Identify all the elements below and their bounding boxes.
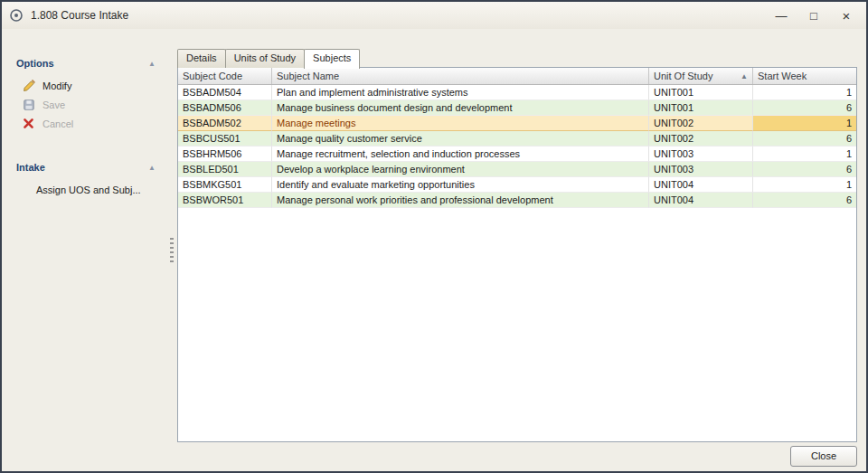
floppy-icon xyxy=(22,98,35,111)
cell-unit-of-study[interactable]: UNIT002 xyxy=(649,116,753,131)
sidebar-group-options: Options ▲ Modify xyxy=(11,56,161,133)
sidebar-item-label: Cancel xyxy=(42,118,73,129)
title-bar: 1.808 Course Intake — □ × xyxy=(2,2,866,29)
table-row[interactable]: BSBADM506 Manage business document desig… xyxy=(178,100,856,116)
cell-subject-name[interactable]: Identify and evaluate marketing opportun… xyxy=(272,177,649,193)
sidebar-item-assign-uos[interactable]: Assign UOS and Subj... xyxy=(11,180,161,199)
sidebar-item-label: Assign UOS and Subj... xyxy=(36,184,141,195)
cell-unit-of-study[interactable]: UNIT003 xyxy=(649,147,753,162)
cell-start-week[interactable]: 1 xyxy=(753,116,856,131)
column-header-subject-name[interactable]: Subject Name xyxy=(272,68,649,84)
cell-subject-name[interactable]: Manage quality customer service xyxy=(272,131,649,147)
sidebar-group-intake: Intake ▲ Assign UOS and Subj... xyxy=(11,160,161,199)
table-row-selected[interactable]: BSBADM502 Manage meetings UNIT002 1 xyxy=(178,116,856,131)
cell-unit-of-study[interactable]: UNIT001 xyxy=(649,85,753,100)
tab-units-of-study[interactable]: Units of Study xyxy=(225,49,305,68)
subjects-grid: Subject Code Subject Name Unit Of Study … xyxy=(177,67,857,442)
sidebar-item-cancel[interactable]: Cancel xyxy=(11,114,161,133)
cell-subject-name[interactable]: Manage business document design and deve… xyxy=(272,100,649,116)
cell-start-week[interactable]: 6 xyxy=(753,100,856,116)
cell-start-week[interactable]: 6 xyxy=(753,193,856,208)
close-icon[interactable]: × xyxy=(830,5,863,26)
dialog-body: Options ▲ Modify xyxy=(2,29,866,471)
window-title: 1.808 Course Intake xyxy=(31,9,765,22)
sidebar-item-label: Save xyxy=(42,99,65,110)
column-header-start-week[interactable]: Start Week xyxy=(753,68,856,84)
pencil-icon xyxy=(22,79,35,92)
cell-unit-of-study[interactable]: UNIT003 xyxy=(649,162,753,177)
sidebar-item-modify[interactable]: Modify xyxy=(11,76,161,95)
cell-subject-code[interactable]: BSBLED501 xyxy=(178,162,272,177)
cell-subject-code[interactable]: BSBHRM506 xyxy=(178,147,272,162)
cell-subject-code[interactable]: BSBMKG501 xyxy=(178,177,272,193)
sort-ascending-icon: ▲ xyxy=(741,72,748,80)
cell-subject-code[interactable]: BSBWOR501 xyxy=(178,193,272,208)
table-row[interactable]: BSBHRM506 Manage recruitment, selection … xyxy=(178,147,856,162)
group-label-options: Options xyxy=(16,58,54,69)
grid-header-row: Subject Code Subject Name Unit Of Study … xyxy=(178,68,856,85)
cell-subject-name[interactable]: Manage meetings xyxy=(272,116,649,131)
main-panel: Details Units of Study Subjects Subject … xyxy=(177,29,866,471)
table-row[interactable]: BSBCUS501 Manage quality customer servic… xyxy=(178,131,856,147)
maximize-icon[interactable]: □ xyxy=(797,5,830,26)
group-header-intake[interactable]: Intake ▲ xyxy=(11,160,161,180)
cell-subject-code[interactable]: BSBADM506 xyxy=(178,100,272,116)
cell-subject-name[interactable]: Manage personal work priorities and prof… xyxy=(272,193,649,208)
splitter-grip-icon xyxy=(170,238,174,263)
table-row[interactable]: BSBWOR501 Manage personal work prioritie… xyxy=(178,193,856,208)
cell-start-week[interactable]: 1 xyxy=(753,85,856,100)
sidebar: Options ▲ Modify xyxy=(2,29,166,471)
table-row[interactable]: BSBMKG501 Identify and evaluate marketin… xyxy=(178,177,856,193)
column-header-subject-code[interactable]: Subject Code xyxy=(178,68,272,84)
grid-empty-area xyxy=(178,208,856,441)
close-button[interactable]: Close xyxy=(790,446,857,467)
table-row[interactable]: BSBLED501 Develop a workplace learning e… xyxy=(178,162,856,177)
cell-unit-of-study[interactable]: UNIT004 xyxy=(649,177,753,193)
tab-strip: Details Units of Study Subjects xyxy=(177,49,857,68)
group-header-options[interactable]: Options ▲ xyxy=(11,56,161,76)
cell-subject-name[interactable]: Plan and implement administrative system… xyxy=(272,85,649,100)
tab-subjects[interactable]: Subjects xyxy=(304,49,360,69)
cell-subject-code[interactable]: BSBADM502 xyxy=(178,116,272,131)
cell-unit-of-study[interactable]: UNIT001 xyxy=(649,100,753,116)
cell-subject-name[interactable]: Develop a workplace learning environment xyxy=(272,162,649,177)
group-label-intake: Intake xyxy=(16,162,45,173)
cell-start-week[interactable]: 1 xyxy=(753,177,856,193)
chevron-up-icon: ▲ xyxy=(148,60,156,68)
cell-start-week[interactable]: 6 xyxy=(753,131,856,147)
cell-start-week[interactable]: 1 xyxy=(753,147,856,162)
column-header-unit-of-study[interactable]: Unit Of Study ▲ xyxy=(649,68,753,84)
cell-unit-of-study[interactable]: UNIT004 xyxy=(649,193,753,208)
sidebar-item-label: Modify xyxy=(42,80,71,91)
app-icon xyxy=(9,8,24,23)
minimize-icon[interactable]: — xyxy=(765,5,797,26)
cell-start-week[interactable]: 6 xyxy=(753,162,856,177)
table-row[interactable]: BSBADM504 Plan and implement administrat… xyxy=(178,85,856,100)
red-x-icon xyxy=(22,117,35,130)
dialog-course-intake: 1.808 Course Intake — □ × Options ▲ xyxy=(0,0,868,473)
sidebar-splitter[interactable] xyxy=(166,29,177,471)
chevron-up-icon: ▲ xyxy=(148,164,156,172)
sidebar-item-save[interactable]: Save xyxy=(11,95,161,114)
cell-unit-of-study[interactable]: UNIT002 xyxy=(649,131,753,147)
cell-subject-code[interactable]: BSBADM504 xyxy=(178,85,272,100)
tab-details[interactable]: Details xyxy=(177,49,226,68)
footer-bar: Close xyxy=(177,442,857,471)
cell-subject-name[interactable]: Manage recruitment, selection and induct… xyxy=(272,147,649,162)
cell-subject-code[interactable]: BSBCUS501 xyxy=(178,131,272,147)
